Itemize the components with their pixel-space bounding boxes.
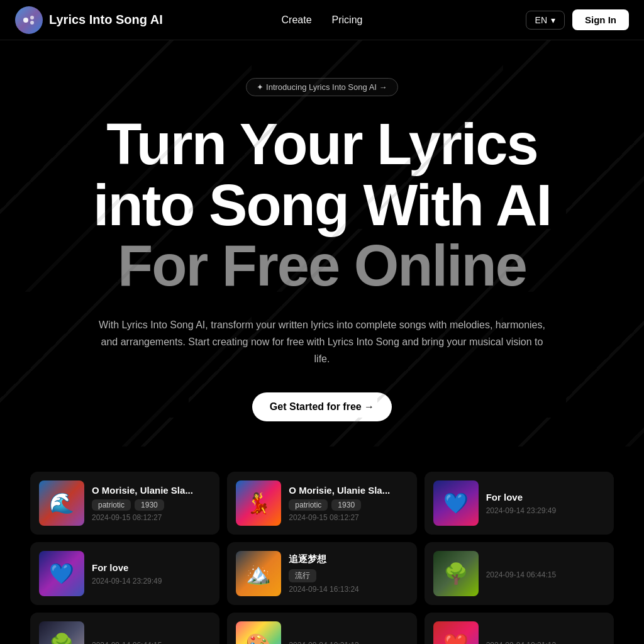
site-title: Lyrics Into Song AI	[49, 13, 163, 27]
song-thumbnail: 🎨	[236, 621, 281, 644]
song-tags: patriotic1930	[289, 499, 408, 511]
logo-icon	[15, 6, 43, 34]
svg-point-0	[23, 18, 28, 23]
song-card[interactable]: ❤️2024-09-04 10:31:13	[425, 613, 614, 644]
song-info: 2024-09-14 06:44:15	[92, 638, 211, 644]
song-title: For love	[486, 492, 605, 502]
song-card[interactable]: 🌊O Morisie, Ulanie Sla...patriotic193020…	[30, 472, 219, 535]
song-info: 2024-09-04 10:31:13	[486, 638, 605, 644]
navbar: Lyrics Into Song AI Create Pricing EN ▾ …	[0, 0, 644, 40]
song-card[interactable]: 🌳2024-09-14 06:44:15	[425, 542, 614, 605]
song-title: For love	[92, 562, 211, 573]
hero-title-line2: into Song With AI	[93, 173, 551, 237]
song-thumbnail: 💃	[236, 480, 281, 526]
song-date: 2024-09-14 06:44:15	[486, 570, 605, 579]
song-date: 2024-09-04 10:31:13	[289, 641, 408, 644]
nav-create[interactable]: Create	[282, 14, 312, 26]
song-title: O Morisie, Ulanie Sla...	[92, 485, 211, 496]
song-tag: patriotic	[289, 499, 328, 511]
song-thumbnail: 💙	[39, 551, 84, 596]
song-tags: patriotic1930	[92, 499, 211, 511]
song-thumbnail: 🌳	[433, 551, 479, 596]
logo[interactable]: Lyrics Into Song AI	[15, 6, 163, 34]
song-date: 2024-09-15 08:12:27	[92, 513, 211, 522]
hero-title-line3: For Free Online	[118, 233, 526, 297]
song-title: O Morisie, Ulanie Sla...	[289, 485, 408, 496]
song-info: O Morisie, Ulanie Sla...patriotic1930202…	[92, 485, 211, 522]
song-thumbnail: 💙	[433, 480, 479, 526]
song-info: 2024-09-14 06:44:15	[486, 568, 605, 579]
song-thumbnail: ❤️	[433, 621, 479, 644]
song-tag: 流行	[289, 569, 316, 582]
song-tag: patriotic	[92, 499, 131, 511]
song-tag: 1930	[331, 499, 361, 511]
hero-title-line1: Turn Your Lyrics	[106, 112, 537, 176]
svg-point-2	[30, 21, 34, 25]
song-card[interactable]: 🌳2024-09-14 06:44:15	[30, 613, 219, 644]
hero-description: With Lyrics Into Song AI, transform your…	[96, 316, 548, 368]
hero-section: ✦ Introducing Lyrics Into Song AI → Turn…	[0, 40, 644, 447]
song-card[interactable]: 🎨2024-09-04 10:31:13	[227, 613, 416, 644]
language-selector[interactable]: EN ▾	[526, 11, 565, 30]
song-date: 2024-09-14 16:13:24	[289, 585, 408, 594]
song-card[interactable]: 🏔️追逐梦想流行2024-09-14 16:13:24	[227, 542, 416, 605]
intro-badge[interactable]: ✦ Introducing Lyrics Into Song AI →	[246, 78, 397, 96]
song-info: O Morisie, Ulanie Sla...patriotic1930202…	[289, 485, 408, 522]
nav-right: EN ▾ Sign In	[526, 9, 629, 30]
song-date: 2024-09-04 10:31:13	[486, 641, 605, 644]
song-thumbnail: 🏔️	[236, 551, 281, 596]
song-thumbnail: 🌳	[39, 621, 84, 644]
song-title: 追逐梦想	[289, 553, 408, 565]
song-info: For love2024-09-14 23:29:49	[486, 492, 605, 515]
hero-title: Turn Your Lyrics into Song With AI For F…	[25, 114, 619, 296]
song-tags: 流行	[289, 569, 408, 582]
song-date: 2024-09-14 06:44:15	[92, 641, 211, 644]
song-tag: 1930	[135, 499, 164, 511]
song-grid: 🌊O Morisie, Ulanie Sla...patriotic193020…	[0, 447, 644, 644]
nav-pricing[interactable]: Pricing	[332, 14, 363, 26]
song-info: 2024-09-04 10:31:13	[289, 638, 408, 644]
nav-links: Create Pricing	[282, 14, 363, 26]
song-thumbnail: 🌊	[39, 480, 84, 526]
song-date: 2024-09-14 23:29:49	[486, 506, 605, 515]
svg-point-1	[30, 16, 34, 19]
sign-in-button[interactable]: Sign In	[572, 9, 629, 30]
song-card[interactable]: 💙For love2024-09-14 23:29:49	[425, 472, 614, 535]
chevron-down-icon: ▾	[551, 15, 555, 25]
song-card[interactable]: 💙For love2024-09-14 23:29:49	[30, 542, 219, 605]
song-card[interactable]: 💃O Morisie, Ulanie Sla...patriotic193020…	[227, 472, 416, 535]
get-started-button[interactable]: Get Started for free →	[252, 392, 392, 421]
song-info: For love2024-09-14 23:29:49	[92, 562, 211, 586]
song-date: 2024-09-14 23:29:49	[92, 577, 211, 586]
lang-label: EN	[535, 15, 547, 25]
song-date: 2024-09-15 08:12:27	[289, 513, 408, 522]
song-info: 追逐梦想流行2024-09-14 16:13:24	[289, 553, 408, 594]
